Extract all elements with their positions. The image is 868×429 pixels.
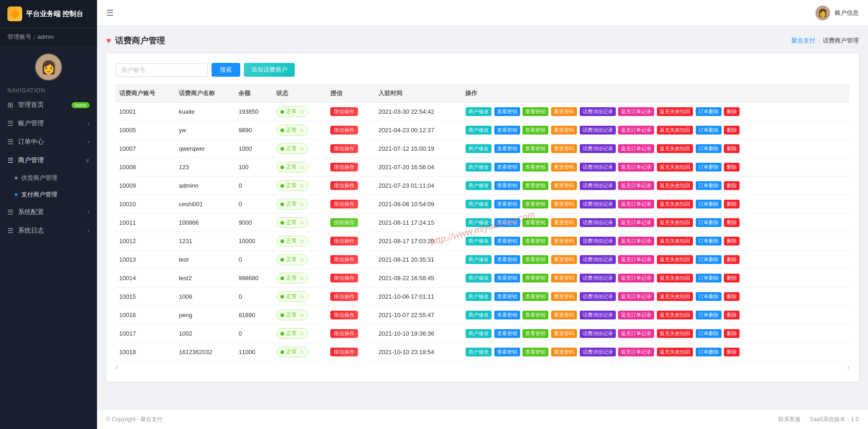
btn-topup-log[interactable]: 话费消信记录 xyxy=(580,107,616,116)
btn-refund-fail[interactable]: 返充失效扣回 xyxy=(657,218,693,227)
btn-topup-log[interactable]: 话费消信记录 xyxy=(580,255,616,264)
btn-view-key2[interactable]: 查看密钥 xyxy=(522,329,548,338)
auth-badge[interactable]: 限信操作 xyxy=(330,200,358,208)
btn-topup-log[interactable]: 话费消信记录 xyxy=(580,218,616,227)
toggle-icon[interactable]: ⬭ xyxy=(300,183,304,189)
btn-order-delete[interactable]: 订单删除 xyxy=(696,107,722,116)
auth-badge[interactable]: 限信操作 xyxy=(330,237,358,245)
btn-topup-log[interactable]: 话费消信记录 xyxy=(580,144,616,153)
sidebar-item-payment-merchant[interactable]: 支付商户管理 xyxy=(0,186,97,203)
sidebar-item-home[interactable]: ⊞ 管理首页 home xyxy=(0,96,97,114)
btn-order-delete[interactable]: 订单删除 xyxy=(696,218,722,227)
btn-view-key2[interactable]: 查看密钥 xyxy=(522,311,548,319)
auth-badge[interactable]: 限信操作 xyxy=(330,329,358,338)
btn-refund-order[interactable]: 返充订单记录 xyxy=(618,163,654,172)
btn-topup-log[interactable]: 话费消信记录 xyxy=(580,292,616,301)
btn-topup-log[interactable]: 话费消信记录 xyxy=(580,126,616,135)
btn-order-delete[interactable]: 订单删除 xyxy=(696,163,722,172)
btn-order-delete[interactable]: 订单删除 xyxy=(696,329,722,338)
btn-topup-log[interactable]: 话费消信记录 xyxy=(580,200,616,208)
btn-delete[interactable]: 删除 xyxy=(724,311,740,319)
auth-badge[interactable]: 限信操作 xyxy=(330,107,358,116)
scroll-left-icon[interactable]: ‹ xyxy=(115,363,118,371)
status-badge[interactable]: 正常 ⬭ xyxy=(276,273,308,283)
auth-badge[interactable]: 限信操作 xyxy=(330,163,358,172)
btn-delete[interactable]: 删除 xyxy=(724,329,740,338)
btn-delete[interactable]: 删除 xyxy=(724,218,740,227)
btn-refund-order[interactable]: 返充订单记录 xyxy=(618,218,654,227)
toggle-icon[interactable]: ⬭ xyxy=(300,165,304,170)
btn-delete[interactable]: 删除 xyxy=(724,348,740,356)
btn-view-key[interactable]: 查看密钥 xyxy=(494,163,520,172)
btn-refund-fail[interactable]: 返充失效扣回 xyxy=(657,126,693,135)
toggle-icon[interactable]: ⬭ xyxy=(300,239,304,244)
status-badge[interactable]: 正常 ⬭ xyxy=(276,199,308,209)
btn-refund-fail[interactable]: 返充失效扣回 xyxy=(657,311,693,319)
hamburger-icon[interactable]: ☰ xyxy=(106,8,114,18)
btn-view-key[interactable]: 查看密钥 xyxy=(494,274,520,282)
toggle-icon[interactable]: ⬭ xyxy=(300,294,304,300)
btn-order-delete[interactable]: 订单删除 xyxy=(696,274,722,282)
btn-reset-pwd[interactable]: 重置密码 xyxy=(551,311,577,319)
status-badge[interactable]: 正常 ⬭ xyxy=(276,125,308,135)
btn-refund-fail[interactable]: 返充失效扣回 xyxy=(657,181,693,190)
btn-delete[interactable]: 删除 xyxy=(724,126,740,135)
status-badge[interactable]: 正常 ⬭ xyxy=(276,310,308,320)
btn-merchant-edit[interactable]: 商户修改 xyxy=(466,311,492,319)
btn-view-key[interactable]: 查看密钥 xyxy=(494,181,520,190)
status-badge[interactable]: 正常 ⬭ xyxy=(276,236,308,246)
btn-merchant-edit[interactable]: 商户修改 xyxy=(466,255,492,264)
btn-refund-order[interactable]: 返充订单记录 xyxy=(618,311,654,319)
btn-merchant-edit[interactable]: 商户修改 xyxy=(466,348,492,356)
btn-refund-order[interactable]: 返充订单记录 xyxy=(618,237,654,245)
btn-view-key[interactable]: 查看密钥 xyxy=(494,144,520,153)
btn-merchant-edit[interactable]: 商户修改 xyxy=(466,274,492,282)
toggle-icon[interactable]: ⬭ xyxy=(300,128,304,133)
toggle-icon[interactable]: ⬭ xyxy=(300,276,304,281)
btn-order-delete[interactable]: 订单删除 xyxy=(696,311,722,319)
btn-order-delete[interactable]: 订单删除 xyxy=(696,237,722,245)
btn-refund-order[interactable]: 返充订单记录 xyxy=(618,200,654,208)
table-scroll[interactable]: 话费商户账号 话费商户名称 余额 状态 授信 入驻时间 操作 xyxy=(115,84,850,373)
sidebar-item-order[interactable]: ☰ 订单中心 › xyxy=(0,133,97,151)
btn-reset-pwd[interactable]: 重置密码 xyxy=(551,348,577,356)
btn-refund-order[interactable]: 返充订单记录 xyxy=(618,144,654,153)
btn-view-key2[interactable]: 查看密钥 xyxy=(522,163,548,172)
btn-refund-order[interactable]: 返充订单记录 xyxy=(618,107,654,116)
toggle-icon[interactable]: ⬭ xyxy=(300,313,304,318)
add-merchant-button[interactable]: 添加话费商户 xyxy=(244,63,295,77)
btn-reset-pwd[interactable]: 重置密码 xyxy=(551,274,577,282)
btn-refund-fail[interactable]: 返充失效扣回 xyxy=(657,107,693,116)
btn-order-delete[interactable]: 订单删除 xyxy=(696,144,722,153)
btn-refund-fail[interactable]: 返充失效扣回 xyxy=(657,200,693,208)
btn-merchant-edit[interactable]: 商户修改 xyxy=(466,200,492,208)
status-badge[interactable]: 正常 ⬭ xyxy=(276,162,308,172)
status-badge[interactable]: 正常 ⬭ xyxy=(276,254,308,265)
btn-refund-order[interactable]: 返充订单记录 xyxy=(618,292,654,301)
btn-topup-log[interactable]: 话费消信记录 xyxy=(580,181,616,190)
sidebar-item-sysconfig[interactable]: ☰ 系统配置 › xyxy=(0,203,97,221)
btn-view-key2[interactable]: 查看密钥 xyxy=(522,126,548,135)
auth-badge[interactable]: 限信操作 xyxy=(330,144,358,153)
btn-delete[interactable]: 删除 xyxy=(724,200,740,208)
btn-reset-pwd[interactable]: 重置密码 xyxy=(551,126,577,135)
btn-delete[interactable]: 删除 xyxy=(724,107,740,116)
btn-refund-order[interactable]: 返充订单记录 xyxy=(618,274,654,282)
btn-view-key2[interactable]: 查看密钥 xyxy=(522,218,548,227)
btn-refund-fail[interactable]: 返充失效扣回 xyxy=(657,237,693,245)
sidebar-item-merchant[interactable]: ☰ 商户管理 ∨ xyxy=(0,151,97,170)
header-account-info[interactable]: 账户信息 xyxy=(835,9,859,17)
btn-delete[interactable]: 删除 xyxy=(724,292,740,301)
auth-badge[interactable]: 限信操作 xyxy=(330,311,358,319)
btn-topup-log[interactable]: 话费消信记录 xyxy=(580,163,616,172)
btn-view-key[interactable]: 查看密钥 xyxy=(494,348,520,356)
btn-reset-pwd[interactable]: 重置密码 xyxy=(551,237,577,245)
btn-refund-fail[interactable]: 返充失效扣回 xyxy=(657,348,693,356)
auth-badge[interactable]: 限信操作 xyxy=(330,292,358,301)
search-input[interactable] xyxy=(115,63,208,77)
sidebar-item-syslog[interactable]: ☰ 系统日志 › xyxy=(0,221,97,240)
btn-view-key[interactable]: 查看密钥 xyxy=(494,255,520,264)
btn-view-key[interactable]: 查看密钥 xyxy=(494,292,520,301)
status-badge[interactable]: 正常 ⬭ xyxy=(276,347,308,357)
btn-view-key[interactable]: 查看密钥 xyxy=(494,218,520,227)
